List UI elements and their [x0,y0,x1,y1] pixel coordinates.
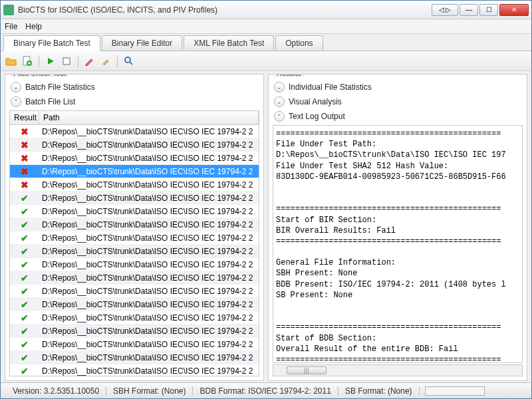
row-path: D:\Repos\__bioCTS\trunk\Data\ISO IEC\ISO… [39,154,259,163]
row-path: D:\Repos\__bioCTS\trunk\Data\ISO IEC\ISO… [39,366,259,376]
tab-binary-file-editor[interactable]: Binary File Editor [102,35,182,51]
pass-icon: ✔ [10,233,39,243]
row-path: D:\Repos\__bioCTS\trunk\Data\ISO IEC\ISO… [39,233,259,243]
table-row[interactable]: ✔D:\Repos\__bioCTS\trunk\Data\ISO IEC\IS… [10,271,259,285]
svg-point-3 [125,57,130,63]
tab-binary-file-batch-test[interactable]: Binary File Batch Test [3,35,100,51]
table-row[interactable]: ✔D:\Repos\__bioCTS\trunk\Data\ISO IEC\IS… [10,298,259,311]
table-row[interactable]: ✔D:\Repos\__bioCTS\trunk\Data\ISO IEC\IS… [10,311,259,325]
toolbar-separator [78,55,78,67]
toolbar-separator [39,55,39,67]
row-path: D:\Repos\__bioCTS\trunk\Data\ISO IEC\ISO… [39,207,259,216]
table-row[interactable]: ✔D:\Repos\__bioCTS\trunk\Data\ISO IEC\IS… [10,285,259,298]
file-list-body[interactable]: ✖D:\Repos\__bioCTS\trunk\Data\ISO IEC\IS… [10,125,259,376]
chevron-up-icon: ⌃ [11,96,21,107]
row-path: D:\Repos\__bioCTS\trunk\Data\ISO IEC\ISO… [39,180,259,190]
individual-file-statistics-header[interactable]: ⌄ Individual File Statistics [271,80,524,94]
log-h-scrollbar[interactable]: ||| [273,364,523,376]
text-log-output[interactable]: ========================================… [273,125,523,363]
brush-icon[interactable] [99,55,112,68]
pass-icon: ✔ [10,313,39,323]
batch-file-list-header[interactable]: ⌃ Batch File List [8,94,261,109]
row-path: D:\Repos\__bioCTS\trunk\Data\ISO IEC\ISO… [39,194,259,203]
row-path: D:\Repos\__bioCTS\trunk\Data\ISO IEC\ISO… [39,273,259,283]
table-row[interactable]: ✔D:\Repos\__bioCTS\trunk\Data\ISO IEC\IS… [10,192,259,205]
app-icon [3,5,14,15]
run-icon[interactable] [44,55,57,68]
row-path: D:\Repos\__bioCTS\trunk\Data\ISO IEC\ISO… [39,313,259,323]
minimize-button[interactable]: — [460,4,478,16]
nav-arrows-button[interactable]: ◁ ▷ [432,4,458,16]
row-path: D:\Repos\__bioCTS\trunk\Data\ISO IEC\ISO… [39,140,259,150]
table-row[interactable]: ✖D:\Repos\__bioCTS\trunk\Data\ISO IEC\IS… [10,152,259,165]
app-window: BioCTS for ISO/IEC (ISO/IEC, INCITS, and… [0,0,532,399]
chevron-up-icon: ⌃ [274,111,285,122]
results-panel: Results ⌄ Individual File Statistics ⌄ V… [268,74,527,381]
row-path: D:\Repos\__bioCTS\trunk\Data\ISO IEC\ISO… [39,327,259,336]
close-button[interactable]: ✕ [499,4,529,16]
row-path: D:\Repos\__bioCTS\trunk\Data\ISO IEC\ISO… [39,353,259,362]
tabstrip: Binary File Batch TestBinary File Editor… [1,34,531,51]
tab-options[interactable]: Options [275,35,323,51]
pass-icon: ✔ [10,206,39,217]
status-sb: SB Format: (None) [338,386,420,396]
batch-file-statistics-header[interactable]: ⌄ Batch File Statistics [8,80,261,94]
table-row[interactable]: ✔D:\Repos\__bioCTS\trunk\Data\ISO IEC\IS… [10,218,259,231]
menu-help[interactable]: Help [25,22,42,31]
table-row[interactable]: ✔D:\Repos\__bioCTS\trunk\Data\ISO IEC\IS… [10,364,259,376]
chevron-down-icon: ⌄ [274,82,285,92]
pass-icon: ✔ [10,273,39,283]
table-row[interactable]: ✖D:\Repos\__bioCTS\trunk\Data\ISO IEC\IS… [10,178,259,192]
search-icon[interactable] [122,55,136,68]
row-path: D:\Repos\__bioCTS\trunk\Data\ISO IEC\ISO… [39,220,259,229]
right-panel-title: Results [274,74,304,77]
text-log-output-header[interactable]: ⌃ Text Log Output [271,109,524,124]
row-path: D:\Repos\__bioCTS\trunk\Data\ISO IEC\ISO… [39,247,259,256]
row-path: D:\Repos\__bioCTS\trunk\Data\ISO IEC\ISO… [39,167,259,176]
fail-icon: ✖ [10,153,39,164]
table-row[interactable]: ✔D:\Repos\__bioCTS\trunk\Data\ISO IEC\IS… [10,205,259,218]
edit-icon[interactable] [83,55,96,68]
table-row[interactable]: ✔D:\Repos\__bioCTS\trunk\Data\ISO IEC\IS… [10,258,259,271]
status-version: Version: 3.2.5351.10050 [6,386,106,396]
visual-analysis-header[interactable]: ⌄ Visual Analysis [271,94,524,109]
table-row[interactable]: ✔D:\Repos\__bioCTS\trunk\Data\ISO IEC\IS… [10,338,259,351]
fail-icon: ✖ [10,180,39,190]
table-row[interactable]: ✔D:\Repos\__bioCTS\trunk\Data\ISO IEC\IS… [10,351,259,364]
toolbar-separator [117,55,118,67]
stop-icon[interactable] [60,55,73,68]
col-path[interactable]: Path [39,111,259,124]
titlebar[interactable]: BioCTS for ISO/IEC (ISO/IEC, INCITS, and… [1,1,531,19]
table-row[interactable]: ✔D:\Repos\__bioCTS\trunk\Data\ISO IEC\IS… [10,231,259,245]
files-under-test-panel: Files Under Test ⌄ Batch File Statistics… [5,74,264,381]
table-row[interactable]: ✔D:\Repos\__bioCTS\trunk\Data\ISO IEC\IS… [10,245,259,258]
table-row[interactable]: ✖D:\Repos\__bioCTS\trunk\Data\ISO IEC\IS… [10,165,259,178]
pass-icon: ✔ [10,259,39,270]
menu-file[interactable]: File [5,22,17,31]
row-path: D:\Repos\__bioCTS\trunk\Data\ISO IEC\ISO… [39,287,259,296]
open-folder-icon[interactable] [5,55,18,68]
menubar: File Help [1,19,531,34]
maximize-button[interactable]: ☐ [479,4,498,16]
pass-icon: ✔ [10,326,39,336]
pass-icon: ✔ [10,299,39,310]
table-row[interactable]: ✖D:\Repos\__bioCTS\trunk\Data\ISO IEC\IS… [10,138,259,152]
row-path: D:\Repos\__bioCTS\trunk\Data\ISO IEC\ISO… [39,127,259,136]
add-file-icon[interactable] [21,55,34,68]
toolbar [1,51,531,71]
row-path: D:\Repos\__bioCTS\trunk\Data\ISO IEC\ISO… [39,340,259,349]
pass-icon: ✔ [10,246,39,257]
col-result[interactable]: Result [10,111,39,124]
row-path: D:\Repos\__bioCTS\trunk\Data\ISO IEC\ISO… [39,300,259,309]
table-row[interactable]: ✖D:\Repos\__bioCTS\trunk\Data\ISO IEC\IS… [10,125,259,138]
table-row[interactable]: ✔D:\Repos\__bioCTS\trunk\Data\ISO IEC\IS… [10,325,259,338]
pass-icon: ✔ [10,339,39,350]
scrollbar-thumb[interactable]: ||| [287,366,327,374]
tab-xml-file-batch-test[interactable]: XML File Batch Test [184,35,274,51]
status-progress [425,386,485,396]
pass-icon: ✔ [10,219,39,230]
pass-icon: ✔ [10,366,39,376]
pass-icon: ✔ [10,286,39,297]
left-panel-title: Files Under Test [11,74,68,77]
status-bdb: BDB Format: ISO/IEC 19794-2: 2011 [193,386,338,396]
